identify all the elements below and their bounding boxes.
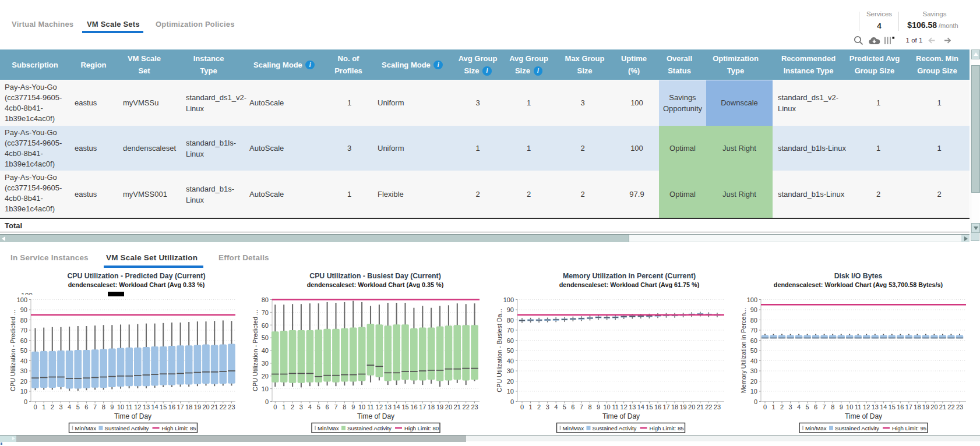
svg-text:100: 100 [503,296,514,303]
svg-text:11: 11 [612,403,618,410]
svg-text:16: 16 [654,403,661,410]
svg-text:19: 19 [679,403,686,410]
svg-text:20: 20 [202,403,209,410]
svg-text:Memory Utilization in Percen..: Memory Utilization in Percen... [740,308,747,393]
svg-text:High Limit: 80: High Limit: 80 [404,425,439,431]
svg-text:13: 13 [629,403,636,410]
svg-text:3: 3 [59,403,62,410]
svg-text:0: 0 [520,403,524,410]
svg-text:14: 14 [637,403,644,410]
svg-text:14: 14 [393,403,400,410]
svg-text:Min/Max: Min/Max [805,425,827,431]
svg-text:10: 10 [507,388,514,395]
svg-text:High Limit: 85: High Limit: 85 [162,425,196,431]
svg-text:22: 22 [463,403,470,410]
svg-text:Disk I/O Bytes: Disk I/O Bytes [834,272,883,280]
svg-text:12: 12 [863,403,870,410]
svg-text:Min/Max: Min/Max [75,425,97,431]
svg-text:15: 15 [160,403,167,410]
svg-text:10: 10 [358,403,365,410]
svg-text:Sustained Activity: Sustained Activity [593,425,637,431]
svg-text:4: 4 [554,403,558,410]
svg-text:0: 0 [265,398,269,405]
svg-text:CPU Utilization - Busiest Day: CPU Utilization - Busiest Day (Current) [309,272,440,280]
svg-text:22: 22 [220,403,227,410]
svg-text:3: 3 [299,403,303,410]
svg-text:9: 9 [597,403,600,410]
svg-text:23: 23 [228,403,235,410]
svg-text:1: 1 [42,403,45,410]
svg-text:19: 19 [436,403,443,410]
svg-text:dendenscaleset: Workload Chart: dendenscaleset: Workload Chart (Avg 0.35… [307,281,444,288]
svg-text:18: 18 [428,403,435,410]
svg-text:6: 6 [814,403,817,410]
svg-text:CPU Utilization - Predicted ..: CPU Utilization - Predicted ... [9,310,16,391]
svg-text:dendenscaleset: Workload Chart: dendenscaleset: Workload Chart (Avg 61.7… [559,281,700,288]
svg-text:50: 50 [507,347,514,354]
svg-text:12: 12 [134,403,141,410]
svg-text:21: 21 [211,403,218,410]
svg-text:23: 23 [956,403,963,410]
svg-text:21: 21 [697,403,704,410]
svg-text:14: 14 [880,403,887,410]
svg-text:4: 4 [68,403,71,410]
svg-text:16: 16 [897,403,904,410]
svg-text:2: 2 [537,403,541,410]
svg-text:22: 22 [705,403,712,410]
svg-text:9: 9 [110,403,114,410]
svg-text:8: 8 [102,403,105,410]
svg-text:10: 10 [262,385,269,392]
svg-text:70: 70 [507,327,514,334]
svg-text:12: 12 [621,403,628,410]
svg-text:Time of Day: Time of Day [114,412,151,420]
svg-text:7: 7 [93,403,97,410]
svg-text:10: 10 [750,388,757,395]
svg-text:dendenscaleset: Workload Chart: dendenscaleset: Workload Chart (Avg 0.33… [68,281,205,288]
svg-text:100: 100 [747,296,757,303]
svg-text:5: 5 [76,403,80,410]
svg-text:7: 7 [823,403,826,410]
svg-text:9: 9 [351,403,355,410]
svg-text:1: 1 [771,403,775,410]
svg-text:High Limit: 95: High Limit: 95 [892,425,926,431]
svg-text:20: 20 [930,403,937,410]
svg-text:50: 50 [750,347,757,354]
svg-text:21: 21 [454,403,461,410]
svg-text:Sustained Activity: Sustained Activity [347,425,392,431]
svg-text:13: 13 [385,403,392,410]
svg-text:10: 10 [846,403,853,410]
svg-text:20: 20 [750,378,757,385]
svg-text:23: 23 [471,403,478,410]
svg-text:8: 8 [343,403,346,410]
svg-text:23: 23 [714,403,721,410]
svg-text:Min/Max: Min/Max [318,425,339,431]
svg-text:High Limit: 85: High Limit: 85 [650,425,684,431]
svg-text:Memory Utilization in Percent: Memory Utilization in Percent (Current) [563,272,696,280]
svg-text:13: 13 [143,403,150,410]
svg-text:22: 22 [947,403,954,410]
svg-text:0: 0 [754,398,757,405]
svg-text:8: 8 [831,403,834,410]
svg-text:Time of Day: Time of Day [845,412,882,420]
svg-text:17: 17 [905,403,912,410]
svg-text:2: 2 [780,403,784,410]
svg-text:15: 15 [401,403,408,410]
svg-text:40: 40 [750,357,757,364]
svg-text:80: 80 [750,317,757,324]
svg-text:11: 11 [126,403,132,410]
svg-text:CPU Utilization - Predicted Da: CPU Utilization - Predicted Day (Current… [67,272,205,280]
svg-text:Sustained Activity: Sustained Activity [105,425,149,431]
svg-text:13: 13 [872,403,879,410]
svg-text:70: 70 [262,309,269,316]
svg-text:16: 16 [168,403,175,410]
svg-text:40: 40 [20,357,27,364]
svg-text:17: 17 [419,403,426,410]
svg-text:CPU Utilization - Predicted ..: CPU Utilization - Predicted ... [252,310,259,391]
svg-text:7: 7 [580,403,583,410]
svg-text:17: 17 [662,403,669,410]
svg-text:Time of Day: Time of Day [357,412,394,420]
svg-text:80: 80 [20,317,27,324]
svg-text:20: 20 [688,403,695,410]
svg-text:Time of Day: Time of Day [602,412,640,420]
svg-text:6: 6 [84,403,88,410]
